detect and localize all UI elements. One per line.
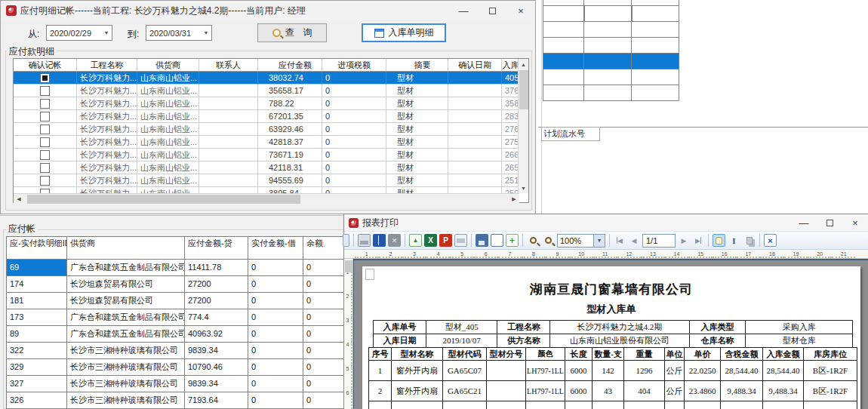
column-header[interactable]: 供货商 <box>137 59 199 72</box>
table-row[interactable] <box>543 69 679 85</box>
contact-cell <box>199 123 258 136</box>
titlebar[interactable]: 应付明细记帐------当前工程: 长沙万科魅力之城4.2期------当前用户… <box>1 1 535 20</box>
column-header[interactable]: 联系人 <box>199 59 258 72</box>
table-row[interactable]: 长沙万科魅力... 山东南山铝业... 35658.17 0 型材 376 <box>14 85 519 97</box>
confirm-checkbox[interactable] <box>40 163 50 173</box>
table-row[interactable]: 长沙万科魅力... 山东南山铝业... 94555.69 0 型材 251 <box>14 174 519 187</box>
confirm-checkbox[interactable] <box>40 99 50 109</box>
next-page-button[interactable]: ▶ <box>678 235 690 247</box>
column-header[interactable]: 应-实付款明细ID <box>7 237 67 260</box>
scroll-left-icon[interactable]: ◀ <box>14 194 24 204</box>
column-header[interactable]: 确认日期 <box>448 59 502 72</box>
table-row[interactable]: 长沙万科魅力... 山东南山铝业... 73671.19 0 型材 266 <box>14 149 519 161</box>
column-header[interactable]: 应付金额 <box>258 59 322 72</box>
column-header[interactable]: 余额 <box>303 237 343 260</box>
add-icon[interactable]: + <box>506 234 519 247</box>
confirm-checkbox[interactable] <box>40 176 50 186</box>
excel-export-icon[interactable]: X <box>424 234 437 247</box>
tools-icon[interactable] <box>388 234 401 247</box>
table-row[interactable]: 326 长沙市三湘特种玻璃有限公司 7193.64 0 0 <box>7 392 343 409</box>
zoom-select[interactable]: 100% ▼ <box>557 234 605 248</box>
mail-export-icon[interactable] <box>454 234 467 247</box>
page-setup-icon[interactable] <box>491 234 503 247</box>
confirm-checkbox[interactable] <box>40 137 50 147</box>
scrollbar-thumb[interactable] <box>27 195 300 204</box>
balance-cell: 0 <box>303 392 343 409</box>
close-preview-button[interactable]: × <box>764 234 777 247</box>
table-row[interactable]: 181 长沙坦森贸易有限公司 27200 0 0 <box>7 293 343 309</box>
table-row[interactable]: 174 长沙坦森贸易有限公司 27200 0 0 <box>7 276 343 293</box>
save-icon[interactable] <box>476 234 488 247</box>
confirm-checkbox[interactable] <box>40 150 50 160</box>
close-button[interactable]: × <box>842 214 868 231</box>
close-button[interactable]: × <box>506 1 535 20</box>
text-select-tool-button[interactable]: I <box>728 234 740 247</box>
table-row[interactable]: 327 长沙市三湘特种玻璃有限公司 9839.34 0 0 <box>7 376 343 392</box>
book-icon[interactable] <box>373 234 386 247</box>
confirm-checkbox[interactable] <box>40 73 50 83</box>
maximize-button[interactable] <box>817 214 842 231</box>
column-header[interactable]: 摘要 <box>386 59 448 72</box>
chevron-down-icon[interactable]: ▼ <box>593 235 605 247</box>
from-date-select[interactable]: 2020/02/29 ▼ <box>46 25 112 41</box>
inbound-detail-button[interactable]: 入库单明细 <box>362 23 446 42</box>
confirm-checkbox[interactable] <box>40 112 50 121</box>
table-row[interactable]: 69 广东合和建筑五金制品有限公司 11411.78 0 0 <box>7 260 343 276</box>
table-row[interactable] <box>543 22 679 38</box>
horizontal-scrollbar[interactable]: ◀ ▶ <box>14 193 519 204</box>
toc-panel-icon[interactable] <box>343 234 349 247</box>
table-row[interactable]: 长沙万科魅力... 山东南山铝业... 788.22 0 型材 358 <box>14 97 519 110</box>
scroll-right-icon[interactable]: ▶ <box>509 194 519 204</box>
preview-viewport[interactable]: 湖南亘晟门窗幕墙有限公司 型材入库单 入库单号 型材_405 工程名称 长沙万科… <box>353 259 868 409</box>
table-row[interactable]: 89 广东合和建筑五金制品有限公司 40963.92 0 0 <box>7 326 343 343</box>
page-indicator-input[interactable]: 1/1 <box>642 234 676 248</box>
column-header[interactable]: 验收日期 <box>632 0 679 6</box>
pdf-export-icon[interactable]: P <box>439 234 452 247</box>
titlebar[interactable]: 报表打印 — × <box>344 214 868 231</box>
column-header[interactable]: 签订日期 <box>584 0 632 6</box>
hand-tool-button[interactable] <box>713 234 725 247</box>
table-row[interactable] <box>543 54 679 69</box>
column-header[interactable]: 工程名称 <box>77 59 137 72</box>
chevron-down-icon[interactable]: ▼ <box>101 30 112 35</box>
prev-page-button[interactable]: ◀ <box>628 235 640 247</box>
table-row[interactable]: 长沙万科魅力... 山东南山铝业... 67201.35 0 型材 283 <box>14 110 519 123</box>
table-row[interactable]: 长沙万科魅力... 山东南山铝业... 38032.74 0 型材 405 <box>14 72 519 85</box>
column-header[interactable]: 确认记帐 <box>14 59 77 72</box>
query-button[interactable]: 查 询 <box>257 23 327 42</box>
confirm-checkbox[interactable] <box>40 86 50 96</box>
print-icon[interactable] <box>358 234 371 247</box>
table-row[interactable] <box>543 38 679 54</box>
column-header[interactable]: 应付金额-贷 <box>185 237 248 260</box>
column-header[interactable]: 进项税额 <box>322 59 386 72</box>
table-row[interactable] <box>543 85 679 101</box>
table-row[interactable]: 长沙万科魅力... 山东南山铝业... 42118.31 0 型材 265 <box>14 161 519 174</box>
column-header[interactable]: 入库 <box>502 59 519 72</box>
column-header[interactable]: 合同价款 <box>543 0 584 6</box>
scroll-down-icon[interactable]: ▼ <box>519 183 528 193</box>
table-row[interactable]: 长沙万科魅力... 山东南山铝业... 63929.46 0 型材 276 <box>14 123 519 136</box>
export-icon[interactable]: ▲ <box>409 234 422 247</box>
scroll-up-icon[interactable]: ▲ <box>519 59 528 69</box>
chevron-down-icon[interactable]: ▼ <box>201 30 211 35</box>
copy-button[interactable] <box>743 234 756 247</box>
table-row[interactable] <box>543 6 679 22</box>
table-row[interactable]: 173 广东合和建筑五金制品有限公司 774.4 0 0 <box>7 309 343 326</box>
scrollbar-thumb[interactable] <box>519 70 528 109</box>
to-date-select[interactable]: 2020/03/31 ▼ <box>146 25 212 41</box>
table-row[interactable]: 长沙万科魅力... 山东南山铝业... 3895.84 0 型材 250 <box>14 187 519 193</box>
column-header[interactable]: 实付金额-借 <box>248 237 303 260</box>
last-page-button[interactable]: ▶ <box>692 235 704 247</box>
column-header[interactable]: 供货商 <box>67 237 185 260</box>
table-row[interactable]: 322 长沙市三湘特种玻璃有限公司 9839.34 0 0 <box>7 343 343 359</box>
zoom-in-icon[interactable] <box>527 234 540 247</box>
table-row[interactable]: 长沙万科魅力... 山东南山铝业... 42818.37 0 型材 275 <box>14 136 519 149</box>
confirm-checkbox[interactable] <box>40 125 50 134</box>
minimize-button[interactable]: — <box>791 214 817 231</box>
table-row[interactable]: 329 长沙市三湘特种玻璃有限公司 10790.46 0 0 <box>7 359 343 376</box>
maximize-button[interactable] <box>478 1 506 20</box>
zoom-out-icon[interactable] <box>542 234 555 247</box>
first-page-button[interactable]: ◀ <box>614 235 626 247</box>
minimize-button[interactable]: — <box>449 1 478 20</box>
vertical-scrollbar[interactable]: ▲ ▼ <box>518 59 528 193</box>
